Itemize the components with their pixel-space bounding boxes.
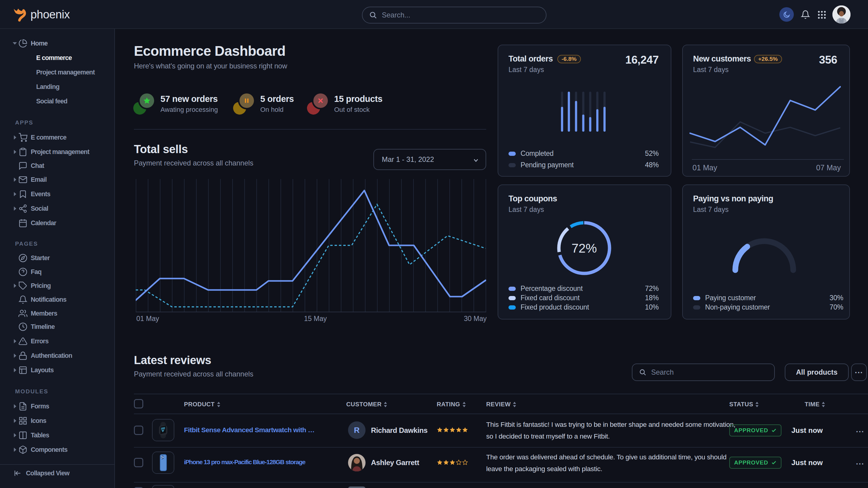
svg-text:72%: 72% (571, 241, 597, 255)
